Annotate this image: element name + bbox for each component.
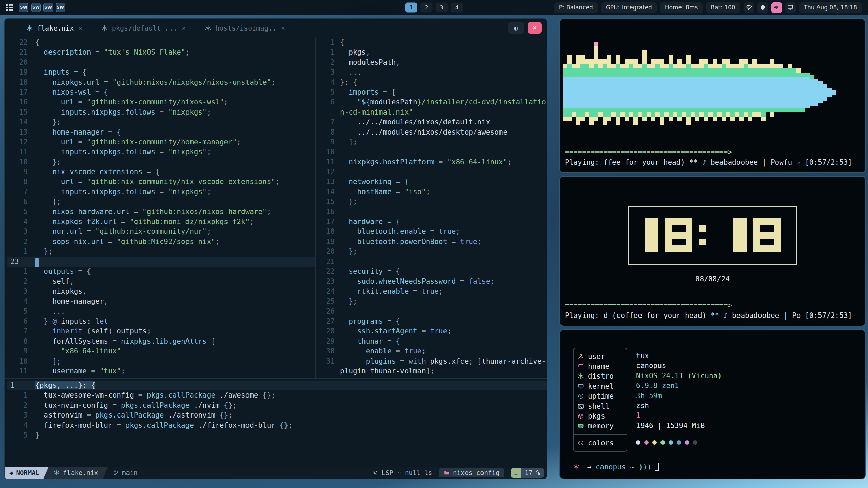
- editor-pane-pkgs[interactable]: 1{pkgs, ...}: {1 tux-awesome-wm-config =…: [5, 381, 547, 440]
- pane-separator-horizontal[interactable]: [5, 378, 547, 379]
- close-tab-icon[interactable]: ×: [78, 24, 82, 32]
- fetch-row-hname: hname: [574, 361, 627, 371]
- viz-column: [655, 59, 660, 117]
- status-pill-4: Bat: 100: [706, 2, 740, 13]
- clock-digit: [699, 218, 706, 252]
- line-number: 14: [7, 117, 35, 127]
- display-icon[interactable]: [785, 2, 796, 13]
- line-number: 23: [318, 277, 340, 286]
- code-line: 9 ];: [318, 137, 547, 147]
- clock-panel: 08/08/24 ===============================…: [559, 176, 866, 326]
- neovim-window: flake.nix×pkgs/default ...×hosts/isoImag…: [4, 18, 547, 479]
- fetch-row-colors: colors: [574, 438, 627, 448]
- terminal-cursor: [655, 463, 659, 471]
- digital-clock: [628, 206, 797, 265]
- fetch-label: user: [588, 352, 605, 361]
- workspace-1[interactable]: 1: [405, 3, 417, 13]
- line-number: 1: [7, 247, 35, 257]
- line-number: 1: [7, 390, 35, 400]
- git-branch-indicator: main: [114, 469, 138, 476]
- editor-pane-isoimage[interactable]: 1{1 pkgs,2 modulesPath,3 ...4}: {5 impor…: [316, 38, 547, 376]
- code-line: 7 inherit (self) outputs;: [7, 326, 315, 336]
- tab-flake.nix[interactable]: flake.nix×: [26, 24, 82, 32]
- code-line: 21 description = "tux's NixOS Flake";: [7, 47, 315, 57]
- fetch-label: shell: [588, 402, 609, 410]
- color-dot-3: [652, 440, 657, 445]
- line-number: 1: [7, 267, 35, 277]
- code-line: 1{: [318, 38, 547, 47]
- code-line: 5 nixos-hardware.url = "github:nixos/nix…: [7, 207, 315, 217]
- tag-1[interactable]: SW: [19, 3, 28, 12]
- line-number: 20: [7, 58, 35, 67]
- code-line: 3 nur.url = "github:nix-community/nur";: [7, 227, 315, 237]
- viz-column: [766, 64, 770, 112]
- tab-pkgs-default-...[interactable]: pkgs/default ...×: [101, 24, 186, 32]
- window-close-button[interactable]: ×: [528, 22, 542, 34]
- code-line: 11 nixpkgs.hostPlatform = "x86_64-linux"…: [318, 157, 547, 167]
- mode-indicator: ◆ NORMAL: [5, 467, 49, 479]
- code-line: 3 ...: [318, 67, 547, 77]
- fetch-label: uptime: [588, 392, 614, 400]
- fetch-label: distro: [588, 372, 614, 380]
- viz-column: [722, 59, 726, 121]
- wifi-icon[interactable]: [744, 2, 754, 13]
- monitor-icon: [578, 383, 584, 389]
- line-number: [318, 107, 340, 117]
- viz-column: [770, 59, 774, 117]
- code-line: 15 };: [318, 197, 547, 207]
- nix-icon: [26, 25, 33, 32]
- code-line: 14 hostName = "iso";: [318, 187, 547, 197]
- workspace-4[interactable]: 4: [451, 3, 463, 13]
- tag-3[interactable]: SW: [43, 3, 53, 12]
- line-number: 10: [7, 357, 35, 366]
- fetch-row-user: user: [574, 351, 627, 361]
- workspace-2[interactable]: 2: [420, 3, 433, 13]
- app-launcher-icon[interactable]: [6, 4, 13, 11]
- code-line: 14 };: [7, 117, 315, 127]
- line-number: 24: [318, 287, 340, 297]
- line-number: 13: [7, 127, 35, 137]
- fetch-value-uptime: 3h 59m: [636, 391, 722, 401]
- code-line: 28 ssh.startAgent = true;: [318, 326, 547, 336]
- clock-widget: Thu Aug 08, 18:18: [799, 2, 862, 13]
- workspace-3[interactable]: 3: [436, 3, 448, 13]
- line-number: 6: [7, 197, 35, 207]
- line-number: 9: [7, 346, 35, 356]
- music-progress-bar: ======================================>: [560, 148, 865, 156]
- line-number: 6: [318, 97, 340, 107]
- line-number: 4: [7, 217, 35, 227]
- lsp-indicator: LSP ~ null-ls: [372, 469, 432, 476]
- code-line: 4 home-manager,: [7, 297, 315, 306]
- clock-digit: [665, 218, 692, 252]
- code-line: 1 outputs = {: [7, 267, 315, 277]
- viz-column: [603, 59, 607, 125]
- tab-hosts-isoImag..[interactable]: hosts/isoImag..×: [205, 24, 285, 32]
- line-number: 2: [7, 277, 35, 286]
- fetch-row-pkgs: pkgs: [574, 411, 627, 421]
- fetch-row-uptime: uptime: [574, 391, 627, 401]
- editor-pane-flake[interactable]: 22{21 description = "tux's NixOS Flake";…: [5, 38, 315, 376]
- status-pill-2: GPU: Integrated: [601, 2, 657, 13]
- viz-column: [651, 59, 655, 121]
- terminal-icon: [578, 403, 584, 409]
- viz-column: [774, 64, 779, 112]
- line-number: 9: [7, 167, 35, 177]
- shell-prompt[interactable]: → canopus ~ ))): [560, 463, 865, 479]
- color-dot-5: [669, 440, 673, 445]
- close-tab-icon[interactable]: ×: [281, 24, 285, 32]
- nix-icon: [101, 25, 108, 32]
- code-line: 25 };: [318, 297, 547, 306]
- prompt-text: → canopus ~ ))): [583, 463, 651, 471]
- tag-4[interactable]: SW: [56, 3, 65, 12]
- fetch-label: memory: [588, 422, 614, 430]
- tab-label: flake.nix: [37, 24, 74, 32]
- tag-2[interactable]: SW: [31, 3, 41, 12]
- volume-icon[interactable]: [771, 2, 782, 13]
- viz-column: [695, 64, 699, 121]
- toggle-button[interactable]: ◐: [508, 22, 524, 34]
- nix-icon: [54, 470, 60, 476]
- close-tab-icon[interactable]: ×: [182, 24, 185, 32]
- line-number: 25: [318, 297, 340, 306]
- shield-icon[interactable]: [757, 2, 768, 13]
- top-bar: SWSWSWSW 1234 P: BalancedGPU: Integrated…: [0, 0, 868, 15]
